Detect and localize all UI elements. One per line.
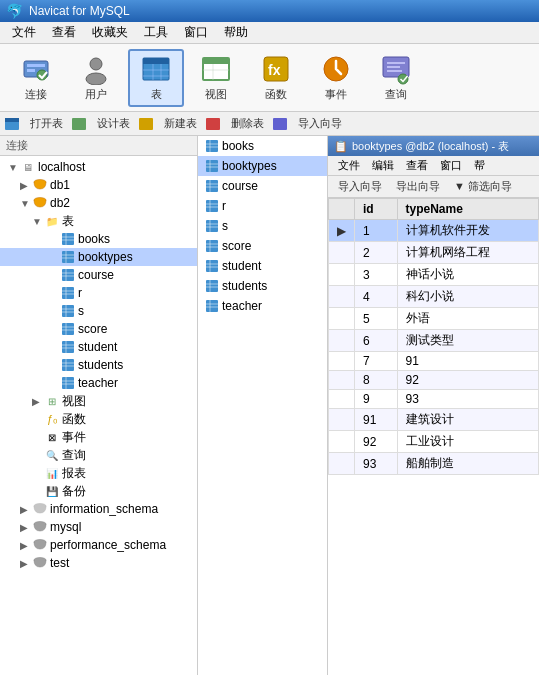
import-wizard-icon — [272, 116, 288, 132]
toolbar-query[interactable]: 查询 — [368, 49, 424, 107]
col-id[interactable]: id — [355, 199, 398, 220]
middle-item-teacher[interactable]: teacher — [198, 296, 327, 316]
right-menu-file[interactable]: 文件 — [332, 156, 366, 175]
tree-item-teacher[interactable]: teacher — [0, 374, 197, 392]
cell-id: 92 — [355, 431, 398, 453]
svg-rect-40 — [62, 269, 74, 281]
toolbar-event[interactable]: 事件 — [308, 49, 364, 107]
toolbar-func[interactable]: fx 函数 — [248, 49, 304, 107]
tree-item-localhost[interactable]: ▼ 🖥 localhost — [0, 158, 197, 176]
new-table-btn[interactable]: 新建表 — [158, 114, 203, 133]
toolbar-connect-label: 连接 — [25, 87, 47, 102]
tree-item-books[interactable]: books — [0, 230, 197, 248]
tree-item-queries[interactable]: 🔍 查询 — [0, 446, 197, 464]
right-menu-help[interactable]: 帮 — [468, 156, 491, 175]
right-export-btn[interactable]: 导出向导 — [390, 177, 446, 196]
tree-item-reports[interactable]: 📊 报表 — [0, 464, 197, 482]
row-indicator: ▶ — [329, 220, 355, 242]
svg-rect-80 — [206, 180, 218, 192]
middle-item-booktypes[interactable]: booktypes — [198, 156, 327, 176]
open-table-btn[interactable]: 打开表 — [24, 114, 69, 133]
tree-item-test[interactable]: ▶ test — [0, 554, 197, 572]
tree-arrow-info[interactable]: ▶ — [20, 504, 32, 515]
tree-arrow-db2[interactable]: ▼ — [20, 198, 32, 209]
schema-icon-info — [32, 501, 48, 517]
table-row[interactable]: ▶ 1 计算机软件开发 — [329, 220, 539, 242]
middle-item-students[interactable]: students — [198, 276, 327, 296]
right-filter-btn[interactable]: ▼ 筛选向导 — [448, 177, 518, 196]
right-menu-edit[interactable]: 编辑 — [366, 156, 400, 175]
col-typename[interactable]: typeName — [397, 199, 538, 220]
tree-label-views: 视图 — [62, 393, 86, 410]
tree-item-course[interactable]: course — [0, 266, 197, 284]
menu-window[interactable]: 窗口 — [176, 22, 216, 43]
import-wizard-btn[interactable]: 导入向导 — [292, 114, 348, 133]
middle-item-score[interactable]: score — [198, 236, 327, 256]
tree-label-funcs: 函数 — [62, 411, 86, 428]
menu-help[interactable]: 帮助 — [216, 22, 256, 43]
tree-item-s[interactable]: s — [0, 302, 197, 320]
tree-item-info-schema[interactable]: ▶ information_schema — [0, 500, 197, 518]
middle-item-r[interactable]: r — [198, 196, 327, 216]
delete-table-btn[interactable]: 删除表 — [225, 114, 270, 133]
query-icon — [380, 53, 412, 85]
table-row[interactable]: 3 神话小说 — [329, 264, 539, 286]
cell-id: 2 — [355, 242, 398, 264]
tree-item-db2[interactable]: ▼ db2 — [0, 194, 197, 212]
tree-arrow-mysql[interactable]: ▶ — [20, 522, 32, 533]
toolbar-connect[interactable]: 连接 — [8, 49, 64, 107]
title-text: Navicat for MySQL — [29, 4, 130, 18]
tree-item-tables-folder[interactable]: ▼ 📁 表 — [0, 212, 197, 230]
table-row[interactable]: 7 91 — [329, 352, 539, 371]
tree-item-r[interactable]: r — [0, 284, 197, 302]
svg-rect-72 — [206, 140, 218, 152]
table-row[interactable]: 92 工业设计 — [329, 431, 539, 453]
row-indicator — [329, 409, 355, 431]
right-menu-window[interactable]: 窗口 — [434, 156, 468, 175]
tree-arrow-localhost[interactable]: ▼ — [8, 162, 20, 173]
tree-arrow-test[interactable]: ▶ — [20, 558, 32, 569]
table-row[interactable]: 2 计算机网络工程 — [329, 242, 539, 264]
tree-arrow-tables[interactable]: ▼ — [32, 216, 44, 227]
menu-tools[interactable]: 工具 — [136, 22, 176, 43]
tree-arrow-views[interactable]: ▶ — [32, 396, 44, 407]
table-row[interactable]: 9 93 — [329, 390, 539, 409]
cell-id: 3 — [355, 264, 398, 286]
tree-item-perf-schema[interactable]: ▶ performance_schema — [0, 536, 197, 554]
menu-favorites[interactable]: 收藏夹 — [84, 22, 136, 43]
table-row[interactable]: 6 测试类型 — [329, 330, 539, 352]
connection-label: 连接 — [0, 136, 197, 156]
tree-item-booktypes[interactable]: booktypes — [0, 248, 197, 266]
tree-arrow-db1[interactable]: ▶ — [20, 180, 32, 191]
table-row[interactable]: 91 建筑设计 — [329, 409, 539, 431]
menu-file[interactable]: 文件 — [4, 22, 44, 43]
middle-item-student[interactable]: student — [198, 256, 327, 276]
tree-item-mysql[interactable]: ▶ mysql — [0, 518, 197, 536]
tree-item-events[interactable]: ⊠ 事件 — [0, 428, 197, 446]
tree-item-student[interactable]: student — [0, 338, 197, 356]
tree-item-views[interactable]: ▶ ⊞ 视图 — [0, 392, 197, 410]
tree-label-localhost: localhost — [38, 160, 85, 174]
middle-item-s[interactable]: s — [198, 216, 327, 236]
toolbar-user[interactable]: 用户 — [68, 49, 124, 107]
tree-arrow-perf[interactable]: ▶ — [20, 540, 32, 551]
table-row[interactable]: 8 92 — [329, 371, 539, 390]
table-row[interactable]: 5 外语 — [329, 308, 539, 330]
right-menu-view[interactable]: 查看 — [400, 156, 434, 175]
middle-item-books[interactable]: books — [198, 136, 327, 156]
mid-label-students: students — [222, 279, 267, 293]
toolbar-table[interactable]: 表 — [128, 49, 184, 107]
tree-item-score[interactable]: score — [0, 320, 197, 338]
toolbar-view[interactable]: 视图 — [188, 49, 244, 107]
tree-item-funcs[interactable]: ƒ₀ 函数 — [0, 410, 197, 428]
table-row[interactable]: 93 船舶制造 — [329, 453, 539, 475]
right-import-btn[interactable]: 导入向导 — [332, 177, 388, 196]
middle-item-course[interactable]: course — [198, 176, 327, 196]
tree-item-db1[interactable]: ▶ db1 — [0, 176, 197, 194]
query-tree-icon: 🔍 — [44, 447, 60, 463]
tree-item-backups[interactable]: 💾 备份 — [0, 482, 197, 500]
table-row[interactable]: 4 科幻小说 — [329, 286, 539, 308]
tree-item-students[interactable]: students — [0, 356, 197, 374]
menu-view[interactable]: 查看 — [44, 22, 84, 43]
design-table-btn[interactable]: 设计表 — [91, 114, 136, 133]
